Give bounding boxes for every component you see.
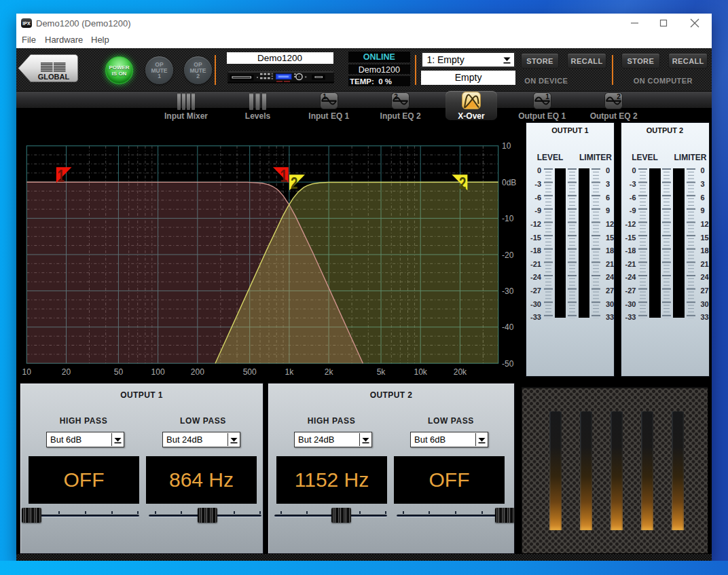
svg-text:2: 2 (617, 93, 621, 100)
svg-text:1: 1 (545, 93, 549, 100)
svg-text:2: 2 (394, 93, 398, 100)
svg-text:20k: 20k (454, 367, 467, 377)
svg-text:-30: -30 (502, 286, 514, 296)
svg-text:1: 1 (323, 93, 327, 100)
svg-text:500: 500 (243, 367, 257, 377)
svg-text:1k: 1k (285, 367, 295, 377)
svg-text:5k: 5k (377, 367, 386, 377)
svg-text:10: 10 (502, 141, 511, 151)
svg-text:2: 2 (459, 174, 466, 193)
svg-text:-40: -40 (502, 322, 514, 332)
svg-text:100: 100 (151, 367, 165, 377)
svg-text:-20: -20 (502, 251, 514, 260)
svg-text:2k: 2k (325, 367, 334, 377)
svg-text:GLOBAL: GLOBAL (38, 73, 70, 81)
svg-text:50: 50 (114, 367, 124, 377)
svg-text:2: 2 (291, 174, 297, 193)
svg-text:0dB: 0dB (502, 178, 516, 187)
svg-text:-50: -50 (502, 359, 514, 369)
svg-text:10k: 10k (414, 367, 428, 377)
svg-text:1: 1 (58, 166, 65, 185)
svg-text:1: 1 (280, 166, 287, 185)
svg-text:10: 10 (22, 367, 32, 377)
svg-text:-10: -10 (502, 214, 514, 223)
svg-text:200: 200 (191, 367, 204, 377)
svg-text:20: 20 (62, 367, 71, 377)
